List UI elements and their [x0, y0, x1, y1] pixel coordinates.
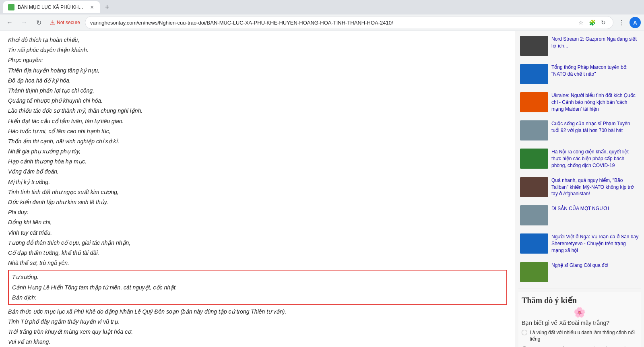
active-tab[interactable]: BẢN MỤC LỤC XÃ PHÚ KHÊ, HU... ✕ — [3, 1, 100, 13]
article-title: Hà Nội ra công điện khẩn, quyết liệt thự… — [551, 149, 639, 169]
thumbnail-image — [520, 177, 548, 197]
article-line: Vui về an khang. — [8, 337, 507, 347]
highlighted-line: Tư xướng. — [12, 272, 503, 282]
survey-decoration: 🌸 — [522, 307, 638, 318]
article-line: Vinh tuy cát triều. — [8, 228, 507, 238]
article-line: Phi duy: — [8, 207, 507, 217]
survey-title: Thăm dò ý kiến — [522, 295, 638, 305]
sidebar-article-item[interactable]: Ukraine: Người biểu tình đốt kích Quốc c… — [518, 91, 641, 114]
bookmark-star-icon[interactable]: ☆ — [576, 18, 586, 27]
sidebar-article-item[interactable]: Nghệ sĩ Giang Còi qua đời — [518, 260, 641, 284]
article-line: Trời trăng tròn khuyết mừng xem quy luật… — [8, 327, 507, 337]
section-divider — [518, 289, 641, 289]
sidebar-article-item[interactable]: DI SẢN CỦA MỘT NGƯỜI — [518, 204, 641, 227]
radio-button-1[interactable] — [522, 330, 527, 335]
thumbnail-image — [520, 92, 548, 112]
article-thumbnail — [520, 64, 548, 84]
refresh-button[interactable]: ↻ — [32, 16, 45, 29]
sidebar-article-item[interactable]: Người Việt ở Nga: Vụ loạn đà ở Sân bay S… — [518, 232, 641, 255]
article-line: Lão thiếu tác đốc sơ thành mỹ, thân chun… — [8, 106, 507, 116]
tab-favicon — [8, 4, 14, 10]
article-title: Tổng thống Pháp Marcon tuyên bố: "NATO đ… — [551, 64, 639, 84]
thumbnail-image — [520, 64, 548, 84]
sidebar-article-item[interactable]: Cuộc sống của nhạc sĩ Phạm Tuyên tuổi 92… — [518, 119, 641, 142]
article-line: Tương đỗ thân thích cổ cựu, giai tác nhậ… — [8, 238, 507, 248]
profile-button[interactable]: A — [630, 17, 641, 28]
article-title: Người Việt ở Nga: Vụ loạn đà ở Sân bay S… — [551, 233, 639, 254]
article-line: Hạp cảnh thương hòa hạ mục. — [8, 157, 507, 167]
article-line: Tin nãi phúc duyên thiện khánh. — [8, 45, 507, 55]
article-thumbnail — [520, 149, 548, 169]
sync-icon[interactable]: ↻ — [599, 18, 608, 27]
article-thumbnail — [520, 177, 548, 197]
article-line: Đô ấp hoa hà đổ kỷ hóa. — [8, 76, 507, 86]
article-line: Phục nguyên: — [8, 55, 507, 65]
right-sidebar: Nord Stream 2: Gazprom Nga đang siết lợi… — [515, 31, 644, 347]
article-line: Vồng đảm bổ đoán, — [8, 167, 507, 177]
article-line: Khơi đô thích tạ hoàn chiếu, — [8, 35, 507, 45]
article-line: Thành thịnh phần lợi tục chi công, — [8, 86, 507, 96]
thumbnail-image — [520, 36, 548, 56]
article-line: Đức kiến đanh lập như kim sinh lê thủy. — [8, 197, 507, 207]
article-line: Hiến đạt tác cầu cổ tầm luân, tán lự tiê… — [8, 116, 507, 126]
back-button[interactable]: ← — [3, 16, 16, 29]
article-line: Cổ đạp thẩm tường, khế thủ tài đãi. — [8, 248, 507, 258]
sidebar-article-item[interactable]: Hà Nội ra công điện khẩn, quyết liệt thự… — [518, 147, 641, 170]
survey-question: Bạn biết gì về Xã Đoài mây trắng? — [522, 320, 638, 326]
article-line: Nhà thế sơ, trù ngã yên. — [8, 258, 507, 268]
tab-title: BẢN MỤC LỤC XÃ PHÚ KHÊ, HU... — [18, 4, 85, 10]
warning-icon: ⚠ — [50, 19, 55, 26]
url-icons: ☆ 🧩 ↻ — [576, 18, 608, 27]
security-indicator[interactable]: ⚠ Not secure — [47, 17, 83, 28]
article-line: Quảng tế nhược phủ khuynh chi hóa. — [8, 96, 507, 106]
article-line: Bản thức ước mục lục xã Phú Khê do đặng … — [8, 307, 507, 317]
article-thumbnail — [520, 262, 548, 282]
article-thumbnail — [520, 233, 548, 254]
article-thumbnail — [520, 92, 548, 112]
article-title: Quá nhanh, quá nguy hiểm, "Bão Taliban" … — [551, 177, 639, 197]
article-title: DI SẢN CỦA MỘT NGƯỜI — [551, 205, 609, 225]
sidebar-article-item[interactable]: Tổng thống Pháp Marcon tuyên bố: "NATO đ… — [518, 62, 641, 86]
thumbnail-image — [520, 149, 548, 169]
article-body: Khơi đô thích tạ hoàn chiếu, Tin nãi phú… — [8, 35, 507, 347]
thumbnail-image — [520, 233, 548, 254]
thumbnail-image — [520, 205, 548, 225]
extensions-icon[interactable]: 🧩 — [587, 18, 597, 27]
sidebar-article-item[interactable]: Quá nhanh, quá nguy hiểm, "Bão Taliban" … — [518, 176, 641, 199]
article-title: Nghệ sĩ Giang Còi qua đời — [551, 262, 608, 282]
tab-bar: BẢN MỤC LỤC XÃ PHÚ KHÊ, HU... ✕ + — [0, 0, 644, 14]
article-line: Tinh tính tinh đất như ngọc xuất kim cươ… — [8, 187, 507, 197]
thumbnail-image — [520, 262, 548, 282]
highlighted-text-block: Tư xướng. Cảnh Hưng Lê Hiển Tông tam thậ… — [8, 270, 507, 305]
article-title: Ukraine: Người biểu tình đốt kích Quốc c… — [551, 92, 639, 112]
security-label: Not secure — [57, 20, 80, 25]
survey-section: Thăm dò ý kiến 🌸 Bạn biết gì về Xã Đoài … — [518, 292, 641, 347]
article-title: Cuộc sống của nhạc sĩ Phạm Tuyên tuổi 92… — [551, 120, 639, 140]
tab-close-button[interactable]: ✕ — [89, 4, 95, 10]
article-line: Tinh Từ phố đây ngẫm thấy huyền vi vũ tr… — [8, 317, 507, 327]
article-thumbnail — [520, 36, 548, 56]
menu-button[interactable]: ⋮ — [615, 16, 628, 29]
survey-option-1[interactable]: Là vùng đất với nhiều u danh làm thắng c… — [522, 329, 638, 343]
url-bar[interactable]: vannghesontay.com/en/news/Nghien-cuu-tra… — [85, 16, 613, 29]
article-thumbnail — [520, 205, 548, 225]
browser-chrome: BẢN MỤC LỤC XÃ PHÚ KHÊ, HU... ✕ + ← → ↻ … — [0, 0, 644, 31]
thumbnail-image — [520, 120, 548, 140]
article-line: Nhất gia phụ xướng phụ tùy, — [8, 147, 507, 157]
article-line: Thiên địa huyền hoàng tăng kỷ nựu, — [8, 66, 507, 76]
article-line: Đồng khí liên chi, — [8, 217, 507, 227]
article-thumbnail — [520, 120, 548, 140]
nav-bar: ← → ↻ ⚠ Not secure vannghesontay.com/en/… — [0, 14, 644, 31]
main-content: Khơi đô thích tạ hoàn chiếu, Tin nãi phú… — [0, 31, 515, 347]
highlighted-line: Cảnh Hưng Lê Hiển Tông tam thập từ niên,… — [12, 283, 503, 293]
article-line: Hào tuốc tư mi, cổ lãm cao nhi hạnh túc, — [8, 126, 507, 136]
sidebar-article-item[interactable]: Nord Stream 2: Gazprom Nga đang siết lợi… — [518, 34, 641, 58]
article-title: Nord Stream 2: Gazprom Nga đang siết lợi… — [551, 36, 639, 56]
survey-option-label-1: Là vùng đất với nhiều u danh làm thắng c… — [530, 329, 638, 343]
page-content: Khơi đô thích tạ hoàn chiếu, Tin nãi phú… — [0, 31, 644, 347]
article-line: Mị thị kỷ trướng. — [8, 177, 507, 187]
article-line: Thốn ấm thi cạnh, nãi vinh nghiệp chỉ sở… — [8, 136, 507, 147]
new-tab-button[interactable]: + — [101, 2, 113, 13]
highlighted-line: Bản dịch: — [12, 293, 503, 303]
forward-button[interactable]: → — [18, 16, 31, 29]
